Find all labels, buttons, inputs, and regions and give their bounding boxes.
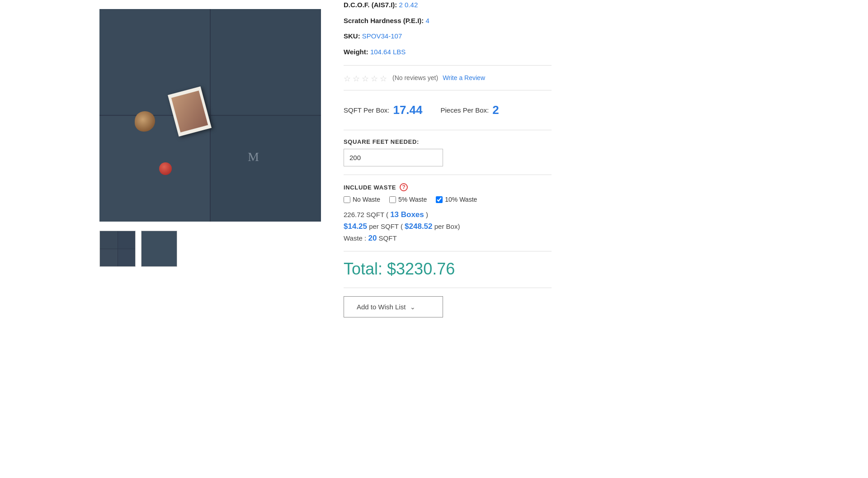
price-per-box: $248.52 <box>405 222 432 231</box>
waste-10-label: 10% Waste <box>445 196 477 203</box>
dcof-label: D.C.O.F. (AIS7.I): <box>344 1 397 9</box>
divider-4 <box>344 175 552 175</box>
calculator-section: SQUARE FEET NEEDED: INCLUDE WASTE ? No W… <box>344 138 552 317</box>
magazine-prop <box>168 86 212 137</box>
waste-none-label: No Waste <box>353 196 380 203</box>
divider-3 <box>344 130 552 130</box>
include-waste-row: INCLUDE WASTE ? <box>344 183 552 191</box>
add-to-wishlist-button[interactable]: Add to Wish List ⌄ <box>344 296 443 317</box>
onion-prop <box>135 111 160 136</box>
star-rating: ☆ ☆ ☆ ☆ ☆ <box>344 74 388 82</box>
total-section: Total: $3230.76 <box>344 260 552 279</box>
sqft-boxes-row: 226.72 SQFT ( 13 Boxes ) <box>344 210 552 219</box>
thumbnail-2[interactable] <box>141 231 177 267</box>
apple-prop <box>159 162 172 175</box>
star-5: ☆ <box>380 74 388 82</box>
divider-6 <box>344 288 552 288</box>
calc-close-paren: ) <box>426 211 428 218</box>
product-details-section: D.C.O.F. (AIS7.I): 2 0.42 Scratch Hardne… <box>326 0 579 478</box>
scratch-row: Scratch Hardness (P.E.I): 4 <box>344 16 552 26</box>
dcof-value: 2 0.42 <box>399 1 418 9</box>
per-box-label: per Box) <box>434 222 460 230</box>
pieces-per-box-value: 2 <box>492 103 499 117</box>
main-product-image: M <box>99 9 321 222</box>
total-price: Total: $3230.76 <box>344 260 455 278</box>
star-2: ☆ <box>353 74 361 82</box>
sqft-per-box-item: SQFT Per Box: 17.44 <box>344 103 423 117</box>
waste-option-none[interactable]: No Waste <box>344 196 380 203</box>
divider-1 <box>344 65 552 66</box>
star-4: ☆ <box>371 74 379 82</box>
reviews-row: ☆ ☆ ☆ ☆ ☆ (No reviews yet) Write a Revie… <box>344 74 552 82</box>
pieces-per-box-label: Pieces Per Box: <box>441 106 489 114</box>
waste-10-checkbox[interactable] <box>436 196 443 203</box>
waste-sqft-label: SQFT <box>379 234 397 242</box>
include-waste-label: INCLUDE WASTE <box>344 184 396 191</box>
pieces-per-box-item: Pieces Per Box: 2 <box>441 103 499 117</box>
add-to-wishlist-label: Add to Wish List <box>357 303 406 311</box>
sqft-needed-label: SQUARE FEET NEEDED: <box>344 138 552 145</box>
waste-option-10[interactable]: 10% Waste <box>436 196 477 203</box>
waste-5-label: 5% Waste <box>398 196 427 203</box>
write-review-link[interactable]: Write a Review <box>443 74 485 81</box>
sqft-per-box-label: SQFT Per Box: <box>344 106 389 114</box>
scratch-value: 4 <box>425 17 429 24</box>
thumbnail-1[interactable] <box>99 231 136 267</box>
calc-boxes: 13 Boxes <box>390 210 424 219</box>
sku-value: SPOV34-107 <box>362 32 402 40</box>
dcof-row: D.C.O.F. (AIS7.I): 2 0.42 <box>344 0 552 10</box>
divider-2 <box>344 90 552 90</box>
waste-help-icon[interactable]: ? <box>400 183 408 191</box>
waste-result-label: Waste : <box>344 234 366 242</box>
scratch-label: Scratch Hardness (P.E.I): <box>344 17 424 24</box>
calculation-results: 226.72 SQFT ( 13 Boxes ) $14.25 per SQFT… <box>344 210 552 243</box>
no-reviews-text: (No reviews yet) <box>392 74 438 81</box>
star-1: ☆ <box>344 74 352 82</box>
letter-m-decoration: M <box>248 150 259 164</box>
sqft-per-box-value: 17.44 <box>393 103 422 117</box>
weight-row: Weight: 104.64 LBS <box>344 47 552 57</box>
sqft-input[interactable] <box>344 149 443 166</box>
chevron-down-icon: ⌄ <box>410 303 415 311</box>
product-image-placeholder: M <box>99 9 321 222</box>
waste-5-checkbox[interactable] <box>389 196 396 203</box>
weight-value: 104.64 LBS <box>370 48 406 56</box>
calc-open-paren: ( <box>386 211 390 218</box>
sku-row: SKU: SPOV34-107 <box>344 31 552 42</box>
waste-none-checkbox[interactable] <box>344 196 350 203</box>
waste-result-row: Waste : 20 SQFT <box>344 234 552 243</box>
price-per-sqft: $14.25 <box>344 222 367 231</box>
price-details-row: $14.25 per SQFT ( $248.52 per Box) <box>344 222 552 231</box>
calc-sqft: 226.72 SQFT <box>344 211 384 218</box>
waste-sqft-value: 20 <box>368 234 377 242</box>
waste-option-5[interactable]: 5% Waste <box>389 196 427 203</box>
sqft-pieces-row: SQFT Per Box: 17.44 Pieces Per Box: 2 <box>344 99 552 122</box>
sku-label: SKU: <box>344 32 360 40</box>
per-sqft-label: per SQFT ( <box>369 222 405 230</box>
thumbnail-list <box>99 231 312 267</box>
waste-options: No Waste 5% Waste 10% Waste <box>344 196 552 203</box>
star-3: ☆ <box>362 74 370 82</box>
weight-label: Weight: <box>344 48 368 56</box>
divider-5 <box>344 251 552 251</box>
product-image-section: M <box>0 0 326 478</box>
